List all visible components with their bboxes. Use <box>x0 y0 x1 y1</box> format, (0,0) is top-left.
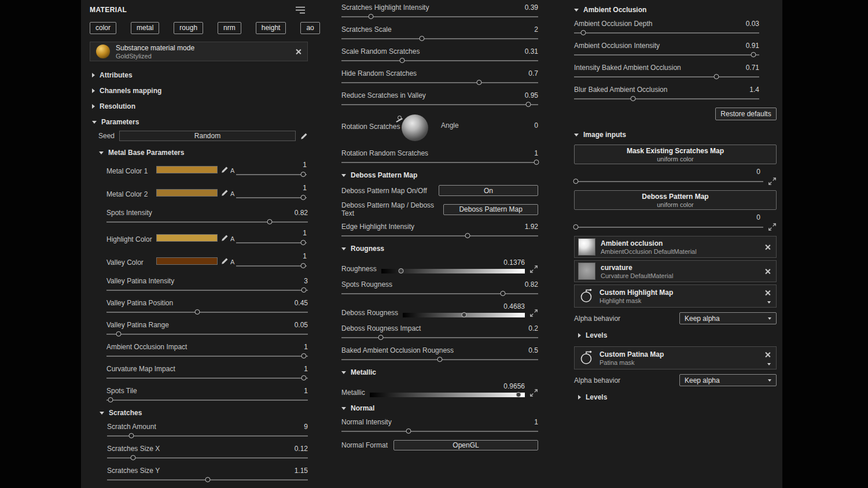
param-slider[interactable] <box>106 375 308 381</box>
chevron-down-icon[interactable] <box>767 363 771 365</box>
slider-handle[interactable] <box>205 477 210 482</box>
param-slider[interactable] <box>341 357 538 363</box>
slider-handle[interactable] <box>437 357 443 362</box>
rotation-dial[interactable] <box>402 114 428 141</box>
alpha-slider[interactable] <box>236 263 307 269</box>
section-header[interactable]: Attributes <box>90 71 308 79</box>
param-slider[interactable] <box>107 433 308 439</box>
alpha-slider[interactable] <box>236 195 307 201</box>
section-header[interactable]: Channels mapping <box>90 87 308 95</box>
color-swatch[interactable] <box>156 257 218 265</box>
image-slot-button[interactable]: Mask Existing Scratches Map uniform colo… <box>574 145 777 164</box>
param-slider[interactable] <box>341 102 538 108</box>
gradient-slider[interactable] <box>381 269 525 273</box>
section-parameters[interactable]: Parameters <box>90 118 308 126</box>
param-slider[interactable] <box>574 30 759 36</box>
slider-handle[interactable] <box>267 219 272 224</box>
slider-handle[interactable] <box>194 309 200 315</box>
expand-icon[interactable] <box>768 223 777 231</box>
slider-handle[interactable] <box>461 312 466 317</box>
slider-handle[interactable] <box>465 233 470 238</box>
channel-button[interactable]: metal <box>131 22 159 34</box>
edit-pencil-icon[interactable] <box>221 234 229 242</box>
param-slider[interactable] <box>107 455 308 461</box>
param-slider[interactable] <box>341 36 538 42</box>
alpha-slider[interactable] <box>236 240 307 246</box>
color-swatch[interactable] <box>156 234 218 242</box>
expand-icon[interactable] <box>529 309 538 317</box>
slider-handle[interactable] <box>516 392 521 397</box>
param-slider[interactable] <box>341 291 538 297</box>
slider-handle[interactable] <box>420 36 425 41</box>
slider-handle[interactable] <box>477 80 482 85</box>
slider-handle[interactable] <box>301 287 307 293</box>
slider-handle[interactable] <box>300 172 306 177</box>
normal-format-button[interactable]: OpenGL <box>393 440 538 450</box>
close-icon[interactable] <box>764 290 771 296</box>
param-slider[interactable] <box>106 353 308 359</box>
expand-icon[interactable] <box>768 177 777 186</box>
dial-handle[interactable] <box>398 116 402 120</box>
deboss-mode-button[interactable]: Deboss Pattern Map <box>443 204 538 215</box>
section-ambient-occlusion[interactable]: Ambient Occlusion <box>574 6 777 14</box>
slider-handle[interactable] <box>573 179 579 184</box>
param-slider[interactable] <box>106 397 308 403</box>
expand-icon[interactable] <box>529 265 538 273</box>
close-icon[interactable] <box>295 49 301 55</box>
param-slider[interactable] <box>106 331 308 337</box>
section-scratches[interactable]: Scratches <box>90 409 308 417</box>
image-input-card[interactable]: Ambient occlusion AmbientOcclusion Defau… <box>574 236 777 258</box>
channel-button[interactable]: rough <box>174 22 203 34</box>
slider-handle[interactable] <box>714 74 719 79</box>
edit-pencil-icon[interactable] <box>221 189 229 197</box>
edit-pencil-icon[interactable] <box>300 132 308 140</box>
close-icon[interactable] <box>764 268 771 275</box>
param-slider[interactable] <box>341 335 538 341</box>
slider-handle[interactable] <box>300 240 306 245</box>
param-slider[interactable] <box>574 224 763 230</box>
color-swatch[interactable] <box>156 189 218 197</box>
edit-pencil-icon[interactable] <box>221 257 229 265</box>
material-mode-card[interactable]: Substance material mode GoldStylized <box>90 42 308 61</box>
section-levels[interactable]: Levels <box>574 331 777 339</box>
slider-handle[interactable] <box>751 52 756 57</box>
close-icon[interactable] <box>764 352 771 358</box>
slider-handle[interactable] <box>116 331 121 337</box>
deboss-onoff-button[interactable]: On <box>439 185 538 196</box>
section-levels[interactable]: Levels <box>574 393 777 401</box>
param-slider[interactable] <box>574 96 759 102</box>
section-image-inputs[interactable]: Image inputs <box>574 131 777 139</box>
section-metallic[interactable]: Metallic <box>341 368 538 376</box>
param-slider[interactable] <box>106 219 308 225</box>
param-slider[interactable] <box>341 80 538 86</box>
gradient-slider[interactable] <box>403 313 525 317</box>
angle-value[interactable]: 0 <box>534 121 538 130</box>
slider-handle[interactable] <box>300 263 306 268</box>
param-slider[interactable] <box>106 287 308 293</box>
param-slider[interactable] <box>106 309 308 315</box>
slider-handle[interactable] <box>573 224 579 230</box>
slider-handle[interactable] <box>301 375 307 380</box>
seed-field[interactable]: Random <box>119 131 296 141</box>
expand-icon[interactable] <box>529 389 538 397</box>
param-slider[interactable] <box>341 428 538 434</box>
alpha-behavior-dropdown[interactable]: Keep alpha <box>679 312 777 324</box>
slider-handle[interactable] <box>399 268 404 273</box>
slider-handle[interactable] <box>131 455 136 460</box>
image-slot-button[interactable]: Deboss Pattern Map uniform color <box>574 190 777 210</box>
channel-button[interactable]: ao <box>300 22 319 34</box>
gradient-slider[interactable] <box>370 393 525 397</box>
param-slider[interactable] <box>341 14 538 20</box>
slider-handle[interactable] <box>378 335 384 340</box>
edit-pencil-icon[interactable] <box>221 166 229 173</box>
image-input-card[interactable]: curvature Curvature DefaultMaterial <box>574 260 777 282</box>
mask-map-card[interactable]: Custom Patina Map Patina mask <box>574 346 777 369</box>
param-slider[interactable] <box>341 233 538 239</box>
slider-handle[interactable] <box>406 428 411 434</box>
alpha-behavior-dropdown[interactable]: Keep alpha <box>679 374 777 386</box>
section-normal[interactable]: Normal <box>341 404 538 412</box>
alpha-slider[interactable] <box>236 172 307 178</box>
param-slider[interactable] <box>107 477 308 483</box>
section-deboss-pattern-map[interactable]: Deboss Pattern Map <box>341 171 538 179</box>
slider-handle[interactable] <box>400 58 405 63</box>
